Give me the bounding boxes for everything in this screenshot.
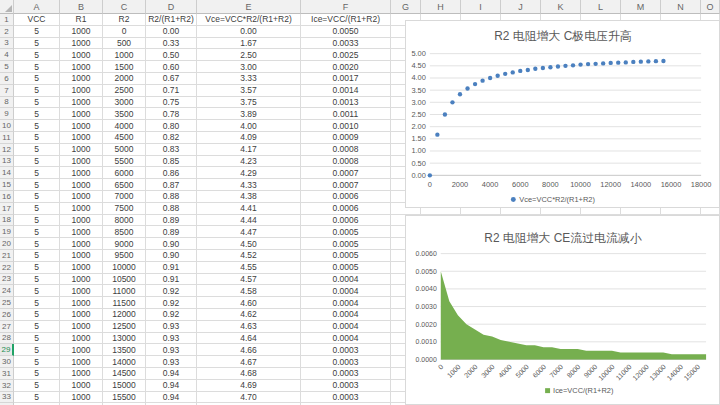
row-header-1[interactable]: 1 [0,14,14,26]
cell-E7[interactable]: 3.57 [197,85,301,97]
cell-D13[interactable]: 0.85 [146,156,197,168]
cell-C32[interactable]: 15000 [103,380,146,392]
cell-E20[interactable]: 4.50 [197,238,301,250]
cell-D14[interactable]: 0.86 [146,167,197,179]
cell-E4[interactable]: 2.50 [197,49,301,61]
cell-A29[interactable]: 5 [14,344,60,356]
cell-F26[interactable]: 0.0004 [301,309,391,321]
cell-C23[interactable]: 10500 [103,274,146,286]
cell-B22[interactable]: 1000 [60,262,103,274]
cell-A21[interactable]: 5 [14,250,60,262]
cell-B3[interactable]: 1000 [60,38,103,50]
cell-C16[interactable]: 7000 [103,191,146,203]
cell-F31[interactable]: 0.0003 [301,368,391,380]
cell-C4[interactable]: 1000 [103,49,146,61]
cell-E14[interactable]: 4.29 [197,167,301,179]
cell-A4[interactable]: 5 [14,49,60,61]
cell-F4[interactable]: 0.0025 [301,49,391,61]
cell-A33[interactable]: 5 [14,392,60,404]
cell-E3[interactable]: 1.67 [197,38,301,50]
cell-F30[interactable]: 0.0003 [301,356,391,368]
cell-B13[interactable]: 1000 [60,156,103,168]
cell-D33[interactable]: 0.94 [146,392,197,404]
row-header-8[interactable]: 8 [0,97,14,109]
row-header-15[interactable]: 15 [0,179,14,191]
cell-E25[interactable]: 4.60 [197,297,301,309]
cell-D24[interactable]: 0.92 [146,285,197,297]
column-header-J[interactable]: J [501,0,541,14]
cell-B28[interactable]: 1000 [60,333,103,345]
cell-A11[interactable]: 5 [14,132,60,144]
column-header-F[interactable]: F [301,0,391,14]
cell-D2[interactable]: 0.00 [146,26,197,38]
cell-F3[interactable]: 0.0033 [301,38,391,50]
cell-F10[interactable]: 0.0010 [301,120,391,132]
cell-D23[interactable]: 0.91 [146,274,197,286]
cell-F2[interactable]: 0.0050 [301,26,391,38]
cell-D15[interactable]: 0.87 [146,179,197,191]
select-all-corner[interactable] [0,0,14,14]
cell-D11[interactable]: 0.82 [146,132,197,144]
cell-D9[interactable]: 0.78 [146,108,197,120]
cell-C9[interactable]: 3500 [103,108,146,120]
cell-E8[interactable]: 3.75 [197,97,301,109]
cell-E30[interactable]: 4.67 [197,356,301,368]
cell-C15[interactable]: 6500 [103,179,146,191]
cell-C8[interactable]: 3000 [103,97,146,109]
cell-E29[interactable]: 4.66 [197,344,301,356]
cell-C28[interactable]: 13000 [103,333,146,345]
row-header-19[interactable]: 19 [0,226,14,238]
cell-F27[interactable]: 0.0004 [301,321,391,333]
cell-C11[interactable]: 4500 [103,132,146,144]
cell-C7[interactable]: 2500 [103,85,146,97]
cell-F20[interactable]: 0.0005 [301,238,391,250]
cell-D30[interactable]: 0.93 [146,356,197,368]
row-header-24[interactable]: 24 [0,285,14,297]
cell-E33[interactable]: 4.70 [197,392,301,404]
cell-C3[interactable]: 500 [103,38,146,50]
cell-D12[interactable]: 0.83 [146,144,197,156]
cell-D8[interactable]: 0.75 [146,97,197,109]
cell-D25[interactable]: 0.92 [146,297,197,309]
cell-D17[interactable]: 0.88 [146,203,197,215]
cell-E27[interactable]: 4.63 [197,321,301,333]
cell-B8[interactable]: 1000 [60,97,103,109]
column-header-G[interactable]: G [391,0,421,14]
cell-F14[interactable]: 0.0007 [301,167,391,179]
cell-A22[interactable]: 5 [14,262,60,274]
cell-A32[interactable]: 5 [14,380,60,392]
row-header-20[interactable]: 20 [0,238,14,250]
row-header-23[interactable]: 23 [0,274,14,286]
cell-B4[interactable]: 1000 [60,49,103,61]
cell-C21[interactable]: 9500 [103,250,146,262]
chart-ice[interactable]: 0.00000.00100.00200.00300.00400.00500.00… [405,215,720,405]
cell-E9[interactable]: 3.89 [197,108,301,120]
cell-C24[interactable]: 11000 [103,285,146,297]
cell-F23[interactable]: 0.0004 [301,274,391,286]
cell-E18[interactable]: 4.44 [197,215,301,227]
cell-A3[interactable]: 5 [14,38,60,50]
cell-F28[interactable]: 0.0004 [301,333,391,345]
row-header-11[interactable]: 11 [0,132,14,144]
cell-F24[interactable]: 0.0004 [301,285,391,297]
cell-E24[interactable]: 4.58 [197,285,301,297]
cell-E5[interactable]: 3.00 [197,61,301,73]
cell-A5[interactable]: 5 [14,61,60,73]
cell-B5[interactable]: 1000 [60,61,103,73]
column-header-E[interactable]: E [197,0,301,14]
cell-F12[interactable]: 0.0008 [301,144,391,156]
cell-A12[interactable]: 5 [14,144,60,156]
cell-E19[interactable]: 4.47 [197,226,301,238]
cell-D32[interactable]: 0.94 [146,380,197,392]
cell-F21[interactable]: 0.0005 [301,250,391,262]
cell-B30[interactable]: 1000 [60,356,103,368]
cell-A30[interactable]: 5 [14,356,60,368]
cell-B27[interactable]: 1000 [60,321,103,333]
cell-B29[interactable]: 1000 [60,344,103,356]
cell-B10[interactable]: 1000 [60,120,103,132]
cell-C1[interactable]: R2 [103,14,146,26]
chart-vce[interactable]: 0.000.501.001.502.002.503.003.504.004.50… [405,20,720,208]
cell-F1[interactable]: Ice=VCC/(R1+R2) [301,14,391,26]
cell-B14[interactable]: 1000 [60,167,103,179]
cell-D29[interactable]: 0.93 [146,344,197,356]
